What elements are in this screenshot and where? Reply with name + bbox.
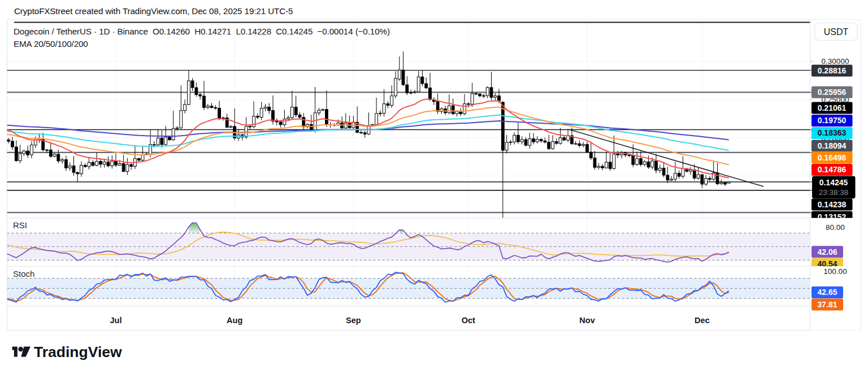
svg-text:0.14786: 0.14786 [818, 165, 847, 174]
svg-text:0.14238: 0.14238 [818, 200, 847, 209]
svg-text:100.00: 100.00 [823, 267, 847, 276]
svg-text:Aug: Aug [227, 316, 242, 325]
svg-text:0.28816: 0.28816 [818, 66, 847, 75]
svg-text:42.06: 42.06 [817, 247, 837, 256]
svg-text:Sep: Sep [346, 316, 361, 325]
svg-text:Dogecoin / TetherUS · 1D · Bin: Dogecoin / TetherUS · 1D · Binance O0.14… [14, 27, 390, 36]
svg-text:TradingView: TradingView [34, 343, 122, 360]
svg-text:0.30000: 0.30000 [822, 57, 849, 66]
svg-text:RSI: RSI [13, 220, 27, 230]
svg-text:EMA 20/50/100/200: EMA 20/50/100/200 [14, 39, 88, 49]
svg-text:0.25956: 0.25956 [818, 88, 847, 97]
svg-text:80.00: 80.00 [826, 223, 845, 232]
svg-text:USDT: USDT [824, 27, 849, 37]
svg-text:0.18363: 0.18363 [818, 128, 847, 137]
svg-text:42.65: 42.65 [817, 288, 837, 297]
svg-text:CryptoFXStreet created with Tr: CryptoFXStreet created with TradingView.… [14, 6, 293, 16]
svg-text:37.81: 37.81 [817, 300, 837, 309]
svg-text:0.14245: 0.14245 [819, 178, 848, 187]
svg-text:Jul: Jul [110, 316, 122, 325]
svg-text:Dec: Dec [695, 316, 710, 325]
svg-text:0.19750: 0.19750 [818, 116, 847, 125]
svg-text:Nov: Nov [579, 316, 594, 325]
svg-text:23:38:38: 23:38:38 [819, 188, 849, 197]
svg-text:Stoch: Stoch [13, 269, 34, 279]
svg-text:0.21061: 0.21061 [818, 103, 847, 112]
svg-text:0.16498: 0.16498 [818, 153, 847, 162]
svg-text:Oct: Oct [462, 316, 475, 325]
svg-text:0.18094: 0.18094 [818, 141, 847, 150]
